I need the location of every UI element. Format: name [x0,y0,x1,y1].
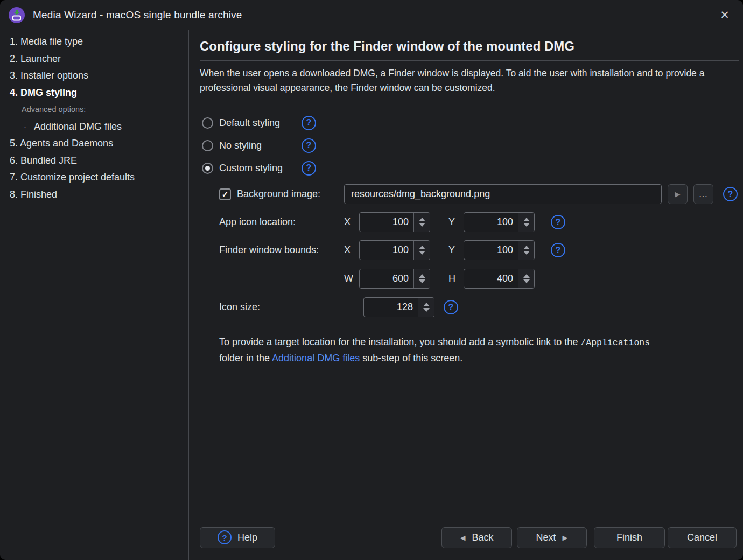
app-icon-x-input[interactable] [360,213,413,232]
app-icon-y-input[interactable] [464,213,518,232]
bounds-w-input[interactable] [360,269,413,288]
back-button[interactable]: ◀ Back [441,527,512,548]
radio-label: Custom styling [219,163,283,174]
w-axis-label: W [344,273,354,284]
description-text: When the user opens a downloaded DMG, a … [200,66,725,95]
footer-nav-buttons: ◀ Back Next ▶ Finish Cancel [441,527,737,548]
background-image-label: Background image: [237,188,320,200]
spinner-arrows-icon[interactable] [418,298,434,317]
app-icon-y-spinner [464,212,535,232]
next-button[interactable]: Next ▶ [517,527,587,548]
background-image-input[interactable] [344,184,662,204]
background-image-checkbox-cell: ✓ Background image: [219,188,344,200]
radio-selected-dot [205,166,210,171]
cancel-button[interactable]: Cancel [668,527,737,548]
background-image-checkbox[interactable]: ✓ [219,188,231,200]
installer-app-icon [9,7,25,23]
icon-size-input[interactable] [364,298,418,317]
footer-bar: ? Help ◀ Back Next ▶ Finish [200,519,739,560]
sidebar-item-installer-options[interactable]: 3. Installer options [10,67,188,85]
radio-no-styling[interactable]: No styling [202,140,302,151]
sidebar-item-launcher[interactable]: 2. Launcher [10,51,188,68]
radio-default-styling[interactable]: Default styling [202,117,302,129]
help-button-label: Help [237,532,257,543]
sidebar-item-dmg-styling[interactable]: 4. DMG styling [10,85,188,102]
window-title: Media Wizard - macOS single bundle archi… [33,9,242,21]
page-title: Configure styling for the Finder window … [200,39,739,54]
help-icon[interactable]: ? [444,300,458,314]
bullet-icon: · [24,118,34,136]
styling-radio-group: Default styling ? No styling ? Custom st… [202,111,739,179]
help-icon[interactable]: ? [302,116,316,130]
help-icon[interactable]: ? [551,215,565,229]
spinner-arrows-icon[interactable] [413,241,430,260]
finder-window-bounds-label: Finder window bounds: [219,244,344,256]
help-icon[interactable]: ? [551,243,565,257]
advanced-options-label: Advanced options: [10,101,188,118]
back-arrow-icon: ◀ [460,534,465,542]
bounds-h-spinner [464,269,535,289]
sidebar-subitem-label: Additional DMG files [34,118,122,136]
note-text: folder in the [219,353,272,363]
finish-button-label: Finish [616,532,642,543]
next-arrow-icon: ▶ [563,534,568,542]
sidebar-item-finished[interactable]: 8. Finished [10,186,188,204]
radio-circle-icon[interactable] [202,117,213,129]
background-image-row: ✓ Background image: ▶ … ? [200,184,739,204]
icon-size-row: Icon size: ? [200,297,739,317]
spinner-arrows-icon[interactable] [518,269,534,288]
y-axis-label: Y [448,216,458,228]
bounds-y-input[interactable] [464,241,518,260]
title-bar: Media Wizard - macOS single bundle archi… [0,0,743,30]
help-icon[interactable]: ? [302,138,316,153]
cancel-button-label: Cancel [687,532,717,543]
bounds-x-spinner [359,240,430,260]
sidebar-item-bundled-jre[interactable]: 6. Bundled JRE [10,152,188,170]
help-icon: ? [218,530,232,544]
browse-file-button[interactable]: … [693,184,713,204]
sidebar-item-media-file-type[interactable]: 1. Media file type [10,33,188,51]
close-icon[interactable]: ✕ [714,4,735,26]
bounds-x-input[interactable] [360,241,413,260]
bounds-y-spinner [464,240,535,260]
play-icon: ▶ [675,190,681,198]
radio-circle-icon[interactable] [202,140,213,151]
icon-size-label: Icon size: [219,302,363,313]
note-text: To provide a target location for the ins… [219,337,580,347]
help-button[interactable]: ? Help [200,527,275,548]
app-icon-location-row: App icon location: X Y ? [200,212,739,232]
next-button-label: Next [536,532,556,543]
icon-size-spinner [363,297,434,317]
preview-button[interactable]: ▶ [668,184,688,204]
radio-row-custom-styling: Custom styling ? [202,157,739,179]
app-icon-x-spinner [359,212,430,232]
wizard-steps-sidebar: 1. Media file type 2. Launcher 3. Instal… [0,30,189,560]
back-button-label: Back [472,532,493,543]
spinner-arrows-icon[interactable] [413,213,430,232]
spinner-arrows-icon[interactable] [413,269,430,288]
spinner-arrows-icon[interactable] [518,213,534,232]
help-icon[interactable]: ? [302,161,316,176]
ellipsis-icon: … [699,192,709,197]
media-wizard-window: Media Wizard - macOS single bundle archi… [0,0,743,560]
radio-row-no-styling: No styling ? [202,134,739,157]
bounds-w-spinner [359,269,430,289]
symbolic-link-note: To provide a target location for the ins… [200,334,655,366]
finish-button[interactable]: Finish [594,527,665,548]
radio-label: Default styling [219,117,280,129]
sidebar-item-additional-dmg-files[interactable]: · Additional DMG files [10,118,188,136]
radio-label: No styling [219,140,262,151]
radio-row-default-styling: Default styling ? [202,111,739,134]
y-axis-label: Y [448,244,458,256]
sidebar-item-customize-project-defaults[interactable]: 7. Customize project defaults [10,169,188,186]
help-icon[interactable]: ? [723,187,738,201]
bounds-h-input[interactable] [464,269,518,288]
sidebar-item-agents-and-daemons[interactable]: 5. Agents and Daemons [10,135,188,152]
window-body: 1. Media file type 2. Launcher 3. Instal… [0,30,743,560]
h-axis-label: H [448,273,458,284]
radio-custom-styling[interactable]: Custom styling [202,163,302,174]
additional-dmg-files-link[interactable]: Additional DMG files [272,353,360,363]
spinner-arrows-icon[interactable] [518,241,534,260]
main-panel: Configure styling for the Finder window … [189,30,743,560]
radio-circle-icon-selected[interactable] [202,163,213,174]
